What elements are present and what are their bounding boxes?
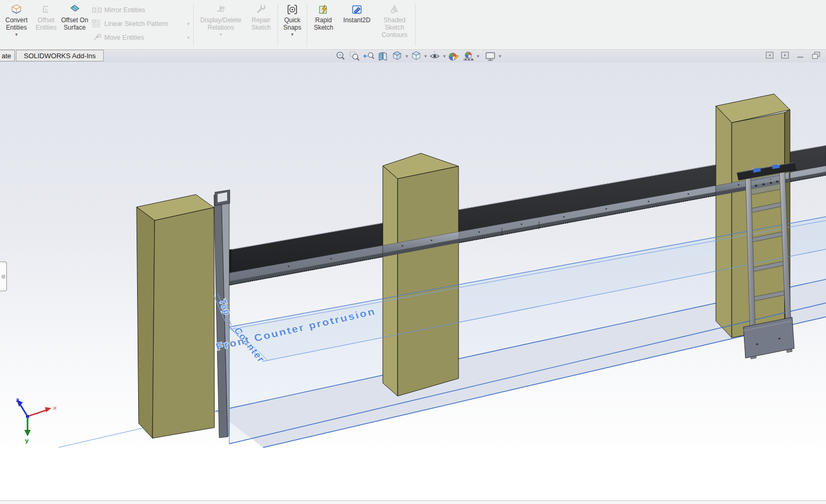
instant2d-label: Instant2D bbox=[343, 16, 370, 24]
quick-snaps-button[interactable]: Quick Snaps ▾ bbox=[280, 0, 305, 49]
solidworks-window: Convert Entities ▾ Offset Entities Offse… bbox=[0, 0, 826, 504]
document-window-controls bbox=[766, 51, 821, 59]
linear-sketch-pattern-icon bbox=[92, 20, 102, 28]
triad-x-label: x bbox=[53, 404, 57, 411]
instant2d-button[interactable]: Instant2D bbox=[338, 0, 375, 49]
linear-sketch-pattern-button[interactable]: Linear Sketch Pattern ▾ bbox=[92, 17, 191, 31]
mirror-entities-icon bbox=[92, 6, 102, 14]
column-middle[interactable] bbox=[383, 154, 459, 397]
convert-entities-label: Convert Entities bbox=[1, 16, 32, 31]
display-delete-relations-button[interactable]: Display/Delete Relations ▾ bbox=[195, 0, 246, 49]
dropdown-caret-icon[interactable]: ▾ bbox=[406, 54, 408, 59]
quick-snaps-icon bbox=[286, 3, 298, 16]
repair-sketch-icon bbox=[255, 3, 267, 16]
collapse-dot-icon bbox=[2, 275, 5, 278]
dropdown-caret-icon[interactable]: ▾ bbox=[187, 22, 190, 26]
dropdown-caret-icon[interactable]: ▾ bbox=[425, 54, 427, 59]
mirror-entities-button[interactable]: Mirror Entities bbox=[92, 3, 191, 17]
previous-view-icon[interactable] bbox=[362, 51, 375, 61]
convert-entities-button[interactable]: Convert Entities ▾ bbox=[0, 0, 33, 49]
toolbar-separator bbox=[415, 3, 416, 46]
shaded-sketch-contours-icon bbox=[389, 3, 400, 16]
display-delete-relations-icon bbox=[215, 3, 227, 16]
minimize-button[interactable] bbox=[796, 51, 805, 59]
restore-window-button[interactable] bbox=[812, 51, 821, 59]
rapid-sketch-button[interactable]: Rapid Sketch bbox=[309, 0, 338, 49]
dropdown-caret-icon[interactable]: ▾ bbox=[499, 54, 501, 59]
move-entities-button[interactable]: Move Entities ▾ bbox=[92, 31, 191, 44]
collapse-pane-left-button[interactable] bbox=[766, 51, 774, 59]
section-view-icon[interactable] bbox=[377, 51, 389, 61]
triad-z-label: z bbox=[16, 396, 20, 403]
toolbar-separator bbox=[277, 3, 278, 46]
heads-up-view-toolbar: ▾ ▾ ▾ ▾ ▾ bbox=[334, 51, 502, 61]
shaded-sketch-contours-label: Shaded Sketch Contours bbox=[376, 16, 412, 39]
repair-sketch-label: Repair Sketch bbox=[247, 16, 275, 31]
view-settings-icon[interactable] bbox=[484, 51, 497, 61]
rapid-sketch-label: Rapid Sketch bbox=[310, 16, 337, 31]
zoom-to-area-icon[interactable] bbox=[348, 51, 360, 61]
collapse-pane-right-button[interactable] bbox=[781, 51, 789, 59]
column-left[interactable] bbox=[137, 194, 214, 438]
display-style-icon[interactable] bbox=[410, 51, 423, 61]
dropdown-caret-icon[interactable]: ▾ bbox=[477, 54, 480, 59]
offset-entities-label: Offset Entities bbox=[34, 16, 58, 31]
offset-on-surface-label: Offset On Surface bbox=[60, 16, 89, 31]
edit-appearance-icon[interactable] bbox=[447, 51, 460, 61]
offset-on-surface-icon bbox=[69, 3, 80, 16]
hide-show-items-icon[interactable] bbox=[428, 51, 441, 61]
toolbar-separator bbox=[307, 3, 307, 46]
command-manager-toolbar: Convert Entities ▾ Offset Entities Offse… bbox=[0, 0, 826, 50]
move-entities-label: Move Entities bbox=[104, 34, 185, 41]
view-orientation-icon[interactable] bbox=[391, 51, 403, 61]
dropdown-caret-icon[interactable]: ▾ bbox=[291, 32, 294, 37]
dropdown-caret-icon[interactable]: ▾ bbox=[187, 35, 190, 40]
tab-evaluate[interactable]: ate bbox=[0, 50, 15, 61]
repair-sketch-button[interactable]: Repair Sketch bbox=[246, 0, 276, 49]
instant2d-icon bbox=[351, 3, 363, 16]
status-bar bbox=[0, 500, 826, 504]
mirror-entities-label: Mirror Entities bbox=[104, 6, 191, 14]
shaded-sketch-contours-button[interactable]: Shaded Sketch Contours bbox=[375, 0, 414, 49]
display-delete-relations-label: Display/Delete Relations bbox=[196, 16, 245, 31]
linear-sketch-pattern-label: Linear Sketch Pattern bbox=[104, 20, 185, 28]
offset-entities-icon bbox=[40, 3, 52, 16]
triad-y-label: y bbox=[25, 437, 29, 444]
graphics-viewport[interactable]: Top Counter Front Counter protrusion bbox=[0, 62, 826, 500]
offset-entities-button[interactable]: Offset Entities bbox=[33, 0, 59, 49]
sketch-tools-menu-group: Mirror Entities Linear Sketch Pattern ▾ … bbox=[90, 0, 192, 49]
dropdown-caret-icon[interactable]: ▾ bbox=[220, 32, 222, 37]
apply-scene-icon[interactable] bbox=[462, 51, 475, 61]
convert-entities-icon bbox=[11, 3, 22, 16]
dropdown-caret-icon[interactable]: ▾ bbox=[15, 32, 18, 37]
tab-solidworks-add-ins[interactable]: SOLIDWORKS Add-Ins bbox=[16, 50, 104, 61]
dropdown-caret-icon[interactable]: ▾ bbox=[443, 54, 446, 59]
move-entities-icon bbox=[92, 33, 102, 42]
rapid-sketch-icon bbox=[318, 3, 329, 16]
toolbar-separator bbox=[193, 3, 194, 46]
zoom-to-fit-icon[interactable] bbox=[335, 51, 346, 61]
feature-manager-collapse-tab[interactable] bbox=[0, 262, 7, 291]
command-manager-tab-strip: ate SOLIDWORKS Add-Ins ▾ ▾ bbox=[0, 50, 826, 62]
quick-snaps-label: Quick Snaps bbox=[281, 16, 304, 31]
offset-on-surface-button[interactable]: Offset On Surface bbox=[59, 0, 90, 49]
